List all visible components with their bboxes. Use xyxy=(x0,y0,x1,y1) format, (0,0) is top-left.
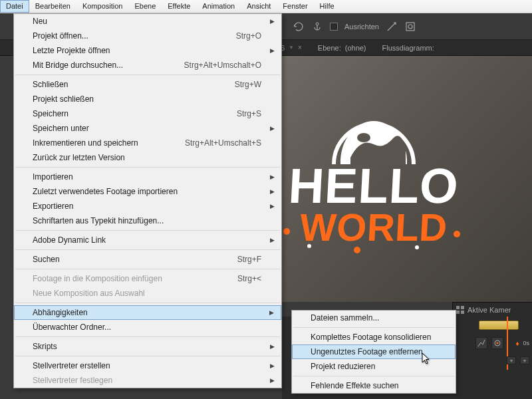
snap-icon[interactable] xyxy=(386,21,398,33)
file-menu-item[interactable]: Zuletzt verwendetes Footage importieren▶ xyxy=(14,184,281,199)
composition-viewport[interactable]: HELLO WORLD xyxy=(282,56,532,302)
svg-rect-4 xyxy=(456,306,460,309)
align-label: Ausrichten xyxy=(344,23,379,31)
file-menu-label: Schließen xyxy=(33,80,235,89)
graph-editor-icon[interactable] xyxy=(475,337,487,349)
file-menu-item[interactable]: Skripts▶ xyxy=(14,339,281,354)
timeline-layer-bar[interactable] xyxy=(479,321,519,330)
menu-komposition[interactable]: Komposition xyxy=(76,0,129,13)
layer-dropdown-icon[interactable]: ▼ xyxy=(520,356,529,364)
file-menu-item[interactable]: Überwachter Ordner... xyxy=(14,320,281,334)
shortcut-label: Strg+Alt+Umschalt+O xyxy=(184,61,261,70)
submenu-item[interactable]: Projekt reduzieren xyxy=(292,359,456,374)
search-tool-icon[interactable] xyxy=(404,21,416,33)
file-menu-item[interactable]: Projekt öffnen...Strg+O xyxy=(14,29,281,43)
file-menu-label: Speichern unter xyxy=(33,124,261,133)
dot-icon xyxy=(415,245,419,249)
menu-hilfe[interactable]: Hilfe xyxy=(314,0,340,13)
file-menu-label: Abhängigkeiten xyxy=(33,308,261,317)
file-menu-label: Neue Komposition aus Auswahl xyxy=(33,289,261,298)
file-menu-item[interactable]: Importieren▶ xyxy=(14,170,281,184)
file-dropdown-menu: Neu▶Projekt öffnen...Strg+OLetzte Projek… xyxy=(13,13,282,388)
file-menu-label: Footage in die Komposition einfügen xyxy=(33,274,237,283)
dot-icon xyxy=(454,231,460,237)
file-menu-label: Projekt öffnen... xyxy=(33,31,236,41)
svg-rect-5 xyxy=(461,306,464,309)
mask-icon[interactable] xyxy=(491,337,503,349)
file-menu-item[interactable]: Abhängigkeiten▶ xyxy=(14,305,281,320)
file-menu-item[interactable]: Inkrementieren und speichernStrg+Alt+Ums… xyxy=(14,136,281,150)
file-menu-label: Zurück zur letzten Version xyxy=(33,153,261,162)
menu-ansicht[interactable]: Ansicht xyxy=(241,0,277,13)
file-menu-label: Exportieren xyxy=(33,201,261,211)
file-menu-item[interactable]: Mit Bridge durchsuchen...Strg+Alt+Umscha… xyxy=(14,58,281,72)
file-menu-item[interactable]: Stellvertreter erstellen▶ xyxy=(14,358,281,373)
active-camera-label: Aktive Kamer xyxy=(467,306,511,314)
file-menu-item[interactable]: Adobe Dynamic Link▶ xyxy=(14,233,281,247)
dot-icon xyxy=(354,247,360,253)
submenu-arrow-icon: ▶ xyxy=(270,377,275,384)
submenu-item[interactable]: Fehlende Effekte suchen xyxy=(292,378,456,393)
close-tab-icon[interactable]: × xyxy=(298,44,302,51)
tab-flow-label: Flussdiagramm: xyxy=(382,44,434,52)
timeline-row-controls: ▼ ▼ xyxy=(507,354,529,367)
submenu-label: Fehlende Effekte suchen xyxy=(311,381,399,390)
file-menu-item[interactable]: Projekt schließen xyxy=(14,92,281,106)
file-menu-label: Neu xyxy=(33,17,261,26)
shortcut-label: Strg+< xyxy=(237,274,261,283)
layer-dropdown-icon[interactable]: ▼ xyxy=(507,356,516,364)
rotate-tool-icon[interactable] xyxy=(293,21,305,33)
dot-icon xyxy=(307,244,311,248)
shortcut-label: Strg+W xyxy=(235,80,261,89)
timeline-toolbar: ♦ 0s xyxy=(475,336,529,350)
tab-layer-label: Ebene: xyxy=(318,44,341,52)
menu-fenster[interactable]: Fenster xyxy=(277,0,313,13)
file-menu-label: Importieren xyxy=(33,172,261,182)
file-menu-item: Neue Komposition aus Auswahl xyxy=(14,286,281,301)
file-menu-item[interactable]: Neu▶ xyxy=(14,14,281,29)
menu-bearbeiten[interactable]: Bearbeiten xyxy=(29,0,76,13)
shortcut-label: Strg+S xyxy=(237,109,261,118)
file-menu-item[interactable]: Zurück zur letzten Version xyxy=(14,150,281,165)
menu-animation[interactable]: Animation xyxy=(196,0,241,13)
svg-point-3 xyxy=(357,133,370,142)
file-menu-item[interactable]: SuchenStrg+F xyxy=(14,252,281,267)
file-menu-item: Footage in die Komposition einfügenStrg+… xyxy=(14,271,281,286)
submenu-item[interactable]: Dateien sammeln... xyxy=(292,311,456,325)
file-menu-item: Stellvertreter festlegen▶ xyxy=(14,373,281,388)
file-menu-item[interactable]: SpeichernStrg+S xyxy=(14,106,281,121)
file-menu-item[interactable]: Exportieren▶ xyxy=(14,199,281,213)
tab-layer-value: (ohne) xyxy=(345,44,366,52)
submenu-item[interactable]: Ungenutztes Footage entfernen xyxy=(292,344,456,359)
submenu-arrow-icon: ▶ xyxy=(270,343,275,350)
file-menu-item[interactable]: Speichern unter▶ xyxy=(14,121,281,136)
svg-rect-7 xyxy=(461,311,464,314)
align-checkbox[interactable] xyxy=(330,23,338,31)
tab-layer[interactable]: Ebene: (ohne) xyxy=(318,44,366,52)
file-menu-label: Skripts xyxy=(33,342,261,351)
submenu-label: Projekt reduzieren xyxy=(311,362,375,371)
submenu-label: Komplettes Footage konsolidieren xyxy=(311,332,431,342)
menu-ebene[interactable]: Ebene xyxy=(128,0,162,13)
submenu-label: Ungenutztes Footage entfernen xyxy=(311,347,423,356)
submenu-item[interactable]: Komplettes Footage konsolidieren xyxy=(292,330,456,344)
anchor-tool-icon[interactable] xyxy=(311,21,323,33)
dot-icon xyxy=(283,228,290,235)
submenu-arrow-icon: ▶ xyxy=(270,18,275,25)
menu-effekte[interactable]: Effekte xyxy=(162,0,196,13)
shortcut-label: Strg+F xyxy=(237,255,261,264)
svg-rect-6 xyxy=(456,311,460,314)
file-menu-label: Letzte Projekte öffnen xyxy=(33,46,261,55)
tab-flow[interactable]: Flussdiagramm: xyxy=(382,44,434,52)
svg-point-2 xyxy=(408,25,412,29)
file-menu-label: Überwachter Ordner... xyxy=(33,323,261,332)
file-menu-label: Stellvertreter erstellen xyxy=(33,361,261,370)
file-menu-item[interactable]: Letzte Projekte öffnen▶ xyxy=(14,43,281,58)
file-menu-item[interactable]: Schriftarten aus Typekit hinzufügen... xyxy=(14,213,281,228)
svg-rect-1 xyxy=(406,23,414,31)
file-menu-label: Adobe Dynamic Link xyxy=(33,235,261,245)
menu-datei[interactable]: Datei xyxy=(0,0,29,13)
grid-icon[interactable] xyxy=(456,305,465,315)
dropdown-icon[interactable]: ▼ xyxy=(289,45,294,51)
file-menu-item[interactable]: SchließenStrg+W xyxy=(14,77,281,92)
